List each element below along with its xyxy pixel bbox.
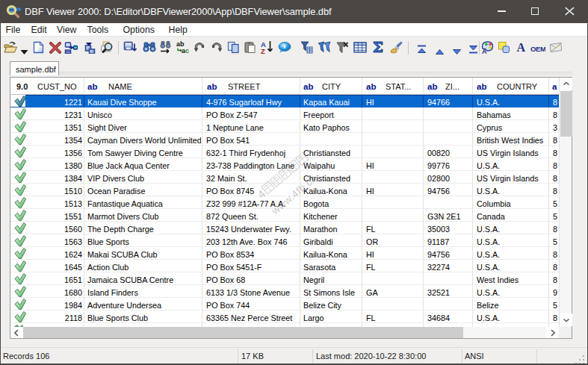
svg-text:A: A: [517, 41, 526, 54]
svg-text:OEM: OEM: [530, 45, 545, 53]
svg-text:c: c: [185, 47, 189, 54]
svg-text:A: A: [482, 48, 487, 54]
svg-text:Z: Z: [261, 47, 265, 54]
